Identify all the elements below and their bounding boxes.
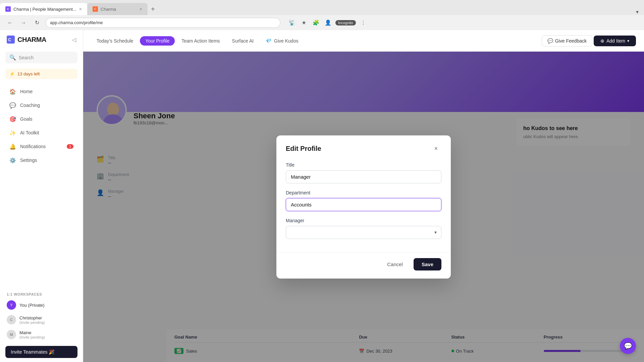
main-content: Sheen Jone fb193c18@moo... 🗂️ Title -- 🏢 bbox=[83, 52, 644, 362]
notifications-badge: 1 bbox=[67, 144, 73, 149]
modal-close-button[interactable]: × bbox=[431, 143, 441, 154]
browser-toolbar: ← → ↻ app.charma.com/profile/me 📡 ★ 🧩 👤 … bbox=[0, 15, 644, 30]
invite-teammates-button[interactable]: Invite Teammates 🎉 bbox=[5, 346, 77, 358]
sidebar-item-coaching-label: Coaching bbox=[20, 103, 40, 108]
cancel-button[interactable]: Cancel bbox=[380, 258, 410, 270]
browser-tab-1[interactable]: C Charma | People Management... × bbox=[0, 3, 87, 15]
sidebar-item-notifications-label: Notifications bbox=[20, 144, 46, 149]
save-label: Save bbox=[422, 261, 433, 267]
you-private-info: You (Private) bbox=[19, 303, 76, 308]
christopher-info: Christopher (Invite pending) bbox=[19, 315, 76, 324]
christopher-sub: (Invite pending) bbox=[19, 320, 76, 324]
trial-icon: ⚡ bbox=[9, 71, 15, 76]
surface-ai-label: Surface AI bbox=[232, 38, 254, 44]
maine-avatar: M bbox=[7, 330, 16, 339]
sidebar-item-coaching[interactable]: 💬 Coaching bbox=[3, 99, 80, 112]
search-label: Search bbox=[19, 55, 34, 60]
tab2-close[interactable]: × bbox=[140, 6, 142, 12]
department-input[interactable] bbox=[286, 198, 441, 211]
new-tab-button[interactable]: + bbox=[148, 3, 158, 15]
modal-footer: Cancel Save bbox=[276, 252, 451, 279]
top-nav: Today's Schedule Your Profile Team Actio… bbox=[83, 30, 644, 52]
app: C CHARMA ◁ 🔍 Search ⚡ 13 days left 🏠 Hom… bbox=[0, 30, 644, 362]
edit-profile-modal: Edit Profile × Title Department bbox=[276, 135, 451, 279]
cast-icon[interactable]: 📡 bbox=[287, 18, 297, 27]
chat-button[interactable]: 💬 bbox=[620, 338, 636, 354]
url-bar[interactable]: app.charma.com/profile/me bbox=[46, 18, 280, 28]
sidebar: C CHARMA ◁ 🔍 Search ⚡ 13 days left 🏠 Hom… bbox=[0, 30, 83, 362]
svg-text:C: C bbox=[8, 37, 11, 42]
sidebar-item-settings[interactable]: ⚙️ Settings bbox=[3, 154, 80, 167]
notifications-icon: 🔔 bbox=[9, 143, 16, 150]
bookmark-icon[interactable]: ★ bbox=[299, 18, 309, 27]
department-form-group: Department bbox=[286, 190, 441, 211]
home-icon: 🏠 bbox=[9, 88, 16, 95]
title-input[interactable] bbox=[286, 170, 441, 183]
christopher-avatar: C bbox=[7, 315, 16, 324]
sidebar-logo: C CHARMA ◁ bbox=[0, 30, 83, 49]
forward-button[interactable]: → bbox=[19, 18, 28, 27]
christopher-name: Christopher bbox=[19, 315, 76, 320]
search-box[interactable]: 🔍 Search bbox=[5, 52, 77, 63]
tab1-close[interactable]: × bbox=[79, 6, 82, 12]
modal-overlay: Edit Profile × Title Department bbox=[83, 52, 644, 362]
charma-logo-icon: C bbox=[7, 36, 15, 44]
goals-icon: 🎯 bbox=[9, 116, 16, 122]
nav-todays-schedule[interactable]: Today's Schedule bbox=[91, 36, 139, 46]
tab2-favicon: C bbox=[93, 6, 98, 12]
add-item-button[interactable]: ⊕ Add Item ▾ bbox=[594, 36, 636, 46]
back-button[interactable]: ← bbox=[5, 18, 15, 27]
logo-text: CHARMA bbox=[17, 36, 46, 44]
browser-tabs: C Charma | People Management... × C Char… bbox=[0, 0, 644, 15]
todays-schedule-label: Today's Schedule bbox=[97, 38, 133, 44]
nav-team-action-items[interactable]: Team Action Items bbox=[176, 36, 225, 46]
title-form-group: Title bbox=[286, 162, 441, 183]
maine-info: Maine (Invite pending) bbox=[19, 330, 76, 339]
team-action-items-label: Team Action Items bbox=[181, 38, 220, 44]
settings-icon: ⚙️ bbox=[9, 157, 16, 164]
extension-icon[interactable]: 🧩 bbox=[311, 18, 321, 27]
tab2-title: Charma bbox=[101, 7, 116, 12]
give-kudos-label: Give Kudos bbox=[274, 38, 298, 44]
trial-banner[interactable]: ⚡ 13 days left bbox=[5, 69, 77, 79]
workspace-you-private[interactable]: Y You (Private) bbox=[0, 298, 83, 312]
your-profile-label: Your Profile bbox=[145, 38, 169, 44]
manager-select-wrapper: ▾ bbox=[286, 226, 441, 239]
manager-field-label: Manager bbox=[286, 218, 441, 223]
workspaces-section-label: 1:1 Workspaces bbox=[0, 288, 83, 298]
maine-sub: (Invite pending) bbox=[19, 335, 76, 339]
chat-icon: 💬 bbox=[624, 342, 632, 350]
browser-tab-2[interactable]: C Charma × bbox=[87, 3, 148, 15]
nav-items: 🏠 Home 💬 Coaching 🎯 Goals ✨ AI Toolkit 🔔… bbox=[0, 82, 83, 288]
sidebar-collapse-button[interactable]: ◁ bbox=[72, 37, 76, 43]
nav-surface-ai[interactable]: Surface AI bbox=[227, 36, 259, 46]
give-feedback-button[interactable]: 💬 Give Feedback bbox=[542, 35, 592, 47]
search-icon: 🔍 bbox=[9, 54, 16, 61]
workspace-maine[interactable]: M Maine (Invite pending) bbox=[0, 327, 83, 342]
sidebar-item-notifications[interactable]: 🔔 Notifications 1 bbox=[3, 140, 80, 153]
cancel-label: Cancel bbox=[387, 261, 403, 267]
invite-teammates-label: Invite Teammates 🎉 bbox=[11, 349, 54, 355]
account-icon[interactable]: 👤 bbox=[323, 18, 333, 27]
nav-give-kudos[interactable]: 💎 Give Kudos bbox=[260, 36, 304, 46]
title-field-label: Title bbox=[286, 162, 441, 168]
sidebar-search: 🔍 Search bbox=[0, 49, 83, 66]
sidebar-item-ai-toolkit[interactable]: ✨ AI Toolkit bbox=[3, 126, 80, 139]
you-private-avatar: Y bbox=[7, 300, 16, 310]
reload-button[interactable]: ↻ bbox=[32, 18, 42, 27]
sidebar-item-goals[interactable]: 🎯 Goals bbox=[3, 112, 80, 126]
workspace-christopher[interactable]: C Christopher (Invite pending) bbox=[0, 312, 83, 327]
trial-text: 13 days left bbox=[17, 71, 40, 76]
nav-your-profile[interactable]: Your Profile bbox=[140, 36, 175, 46]
save-button[interactable]: Save bbox=[414, 258, 441, 270]
sidebar-item-home[interactable]: 🏠 Home bbox=[3, 85, 80, 98]
tab1-favicon: C bbox=[5, 6, 11, 12]
manager-input[interactable] bbox=[286, 226, 441, 239]
incognito-badge: Incognito bbox=[335, 20, 356, 25]
sidebar-item-ai-toolkit-label: AI Toolkit bbox=[20, 130, 39, 135]
ai-toolkit-icon: ✨ bbox=[9, 129, 16, 136]
add-item-plus-icon: ⊕ bbox=[600, 38, 604, 44]
url-text: app.charma.com/profile/me bbox=[50, 20, 103, 25]
coaching-icon: 💬 bbox=[9, 102, 16, 109]
menu-icon[interactable]: ⋮ bbox=[359, 18, 368, 27]
